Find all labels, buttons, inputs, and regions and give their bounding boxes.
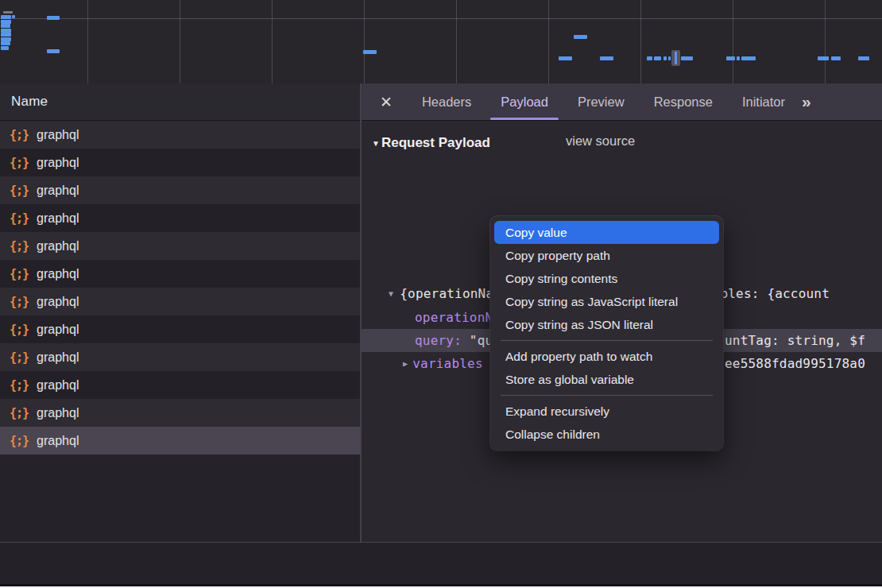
json-braces-icon: {;} [10, 378, 29, 393]
request-row[interactable]: {;}graphql [0, 427, 360, 455]
overview-request-bar [726, 56, 735, 60]
overview-request-bar [363, 50, 377, 54]
request-row[interactable]: {;}graphql [0, 288, 360, 315]
name-column-header[interactable]: Name [0, 83, 360, 121]
overview-request-bar [1, 46, 9, 50]
overview-gridline [272, 0, 273, 83]
menu-item-expand-recursively[interactable]: Expand recursively [490, 400, 723, 423]
request-row[interactable]: {;}graphql [0, 343, 360, 371]
request-name-label: graphql [37, 350, 79, 365]
overview-gridline [733, 0, 733, 83]
overview-request-bar [831, 56, 841, 60]
property-value-right: ee5588fdad995178a0 [725, 356, 865, 371]
json-braces-icon: {;} [10, 184, 29, 198]
overview-request-bar [681, 56, 693, 60]
request-row[interactable]: {;}graphql [0, 315, 360, 343]
request-name-label: graphql [37, 406, 79, 420]
tab-initiator[interactable]: Initiator [730, 83, 797, 120]
footer-bar [0, 543, 882, 584]
overview-request-bar [574, 35, 587, 39]
request-payload-section-header[interactable]: ▼Request Payload [372, 132, 490, 154]
overview-request-bar [47, 49, 60, 53]
devtools-network-panel: Name ✕ HeadersPayloadPreviewResponseInit… [0, 0, 882, 588]
overview-request-bar [600, 56, 613, 60]
overview-request-bar [47, 16, 60, 20]
overview-request-bar [741, 56, 756, 60]
json-braces-icon: {;} [10, 406, 29, 420]
request-name-label: graphql [37, 184, 79, 198]
request-name-label: graphql [37, 239, 79, 253]
json-braces-icon: {;} [10, 323, 29, 337]
json-braces-icon: {;} [10, 267, 29, 281]
view-source-link[interactable]: view source [566, 133, 635, 149]
request-row[interactable]: {;}graphql [0, 121, 360, 149]
menu-item-collapse-children[interactable]: Collapse children [490, 423, 723, 446]
request-name-label: graphql [37, 211, 79, 226]
menu-separator [501, 395, 713, 396]
tab-preview[interactable]: Preview [566, 83, 636, 120]
detail-tabbar: ✕ HeadersPayloadPreviewResponseInitiator… [362, 83, 882, 121]
overview-selected-request-bar [675, 52, 677, 64]
overview-request-bar [1, 24, 10, 28]
tab-headers[interactable]: Headers [410, 83, 483, 120]
name-column-label: Name [11, 94, 48, 110]
menu-item-copy-string-as-json-literal[interactable]: Copy string as JSON literal [490, 313, 723, 336]
request-row[interactable]: {;}graphql [0, 204, 360, 232]
menu-item-copy-property-path[interactable]: Copy property path [490, 244, 723, 267]
tab-payload[interactable]: Payload [489, 83, 560, 120]
close-icon[interactable]: ✕ [380, 95, 393, 110]
request-row[interactable]: {;}graphql [0, 176, 360, 204]
tab-response[interactable]: Response [642, 83, 725, 120]
overview-request-bar [668, 56, 671, 60]
overview-selected-request-marker [671, 50, 680, 66]
property-value-left: "qu [470, 333, 493, 348]
section-title: Request Payload [381, 135, 490, 151]
menu-item-copy-value[interactable]: Copy value [494, 221, 719, 244]
overview-request-bar [559, 56, 572, 60]
overview-gridline [640, 0, 641, 83]
request-name-label: graphql [37, 267, 79, 281]
request-row[interactable]: {;}graphql [0, 149, 360, 176]
json-braces-icon: {;} [10, 350, 29, 365]
overview-request-bar [1, 41, 10, 45]
overview-request-bar [647, 56, 652, 60]
overview-request-bar [858, 56, 869, 60]
request-list-empty-area [0, 455, 360, 542]
overview-gridline [548, 0, 549, 83]
request-name-label: graphql [37, 378, 79, 393]
panel-divider[interactable] [360, 83, 362, 584]
overview-request-bar [737, 56, 740, 60]
expand-triangle-icon[interactable]: ▼ [389, 289, 393, 298]
json-braces-icon: {;} [10, 434, 29, 448]
request-name-label: graphql [37, 323, 79, 337]
request-row[interactable]: {;}graphql [0, 399, 360, 427]
request-name-label: graphql [37, 295, 79, 309]
overflow-tabs-icon[interactable]: » [802, 92, 810, 111]
expand-triangle-icon[interactable]: ▶ [403, 359, 408, 368]
detail-tabs: HeadersPayloadPreviewResponseInitiator [410, 83, 797, 120]
overview-request-bar [654, 56, 661, 60]
request-name-label: graphql [37, 434, 79, 448]
overview-gridline [87, 0, 88, 83]
request-row[interactable]: {;}graphql [0, 371, 360, 399]
overview-request-bar [1, 33, 11, 37]
menu-item-copy-string-contents[interactable]: Copy string contents [490, 267, 723, 290]
overview-gridline [825, 0, 826, 83]
overview-gridline [180, 0, 180, 83]
request-row[interactable]: {;}graphql [0, 260, 360, 288]
collapse-triangle-icon[interactable]: ▼ [372, 139, 380, 148]
overview-request-bar [1, 15, 11, 19]
overview-request-bar [663, 56, 667, 60]
menu-item-copy-string-as-javascript-literal[interactable]: Copy string as JavaScript literal [490, 290, 723, 313]
overview-request-bar [12, 15, 15, 18]
menu-item-store-as-global-variable[interactable]: Store as global variable [490, 368, 723, 391]
json-braces-icon: {;} [10, 239, 29, 253]
menu-item-add-property-path-to-watch[interactable]: Add property path to watch [490, 345, 723, 368]
property-key: variables [412, 356, 483, 371]
request-name-label: graphql [37, 128, 79, 142]
overview-request-bar [818, 56, 829, 60]
network-overview-timeline[interactable] [0, 0, 882, 84]
menu-separator [501, 340, 713, 341]
request-row[interactable]: {;}graphql [0, 232, 360, 260]
property-key: query: [415, 333, 470, 348]
